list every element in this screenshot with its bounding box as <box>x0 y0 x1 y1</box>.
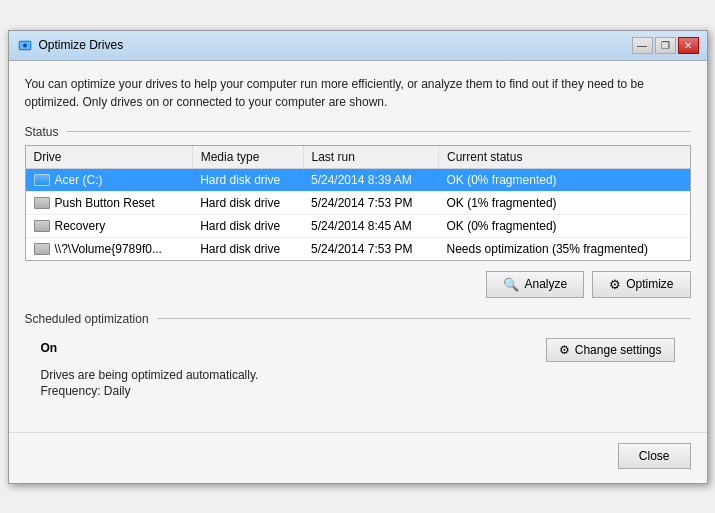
media-type-cell: Hard disk drive <box>192 168 303 191</box>
description-text: You can optimize your drives to help you… <box>25 75 691 111</box>
drive-name: \\?\Volume{9789f0... <box>55 242 162 256</box>
analyze-label: Analyze <box>524 277 567 291</box>
scheduled-frequency: Frequency: Daily <box>41 384 675 398</box>
media-type-cell: Hard disk drive <box>192 191 303 214</box>
close-window-button[interactable]: ✕ <box>678 37 699 54</box>
optimize-button[interactable]: ⚙ Optimize <box>592 271 690 298</box>
scheduled-description: Drives are being optimized automatically… <box>41 368 675 382</box>
table-row[interactable]: RecoveryHard disk drive5/24/2014 8:45 AM… <box>26 214 690 237</box>
last-run-cell: 5/24/2014 7:53 PM <box>303 191 439 214</box>
status-section-label: Status <box>25 125 691 139</box>
drives-table-container: Drive Media type Last run Current status… <box>25 145 691 261</box>
scheduled-section: Scheduled optimization On ⚙ Change setti… <box>25 312 691 404</box>
table-row[interactable]: Acer (C:)Hard disk drive5/24/2014 8:39 A… <box>26 168 690 191</box>
window-icon <box>17 37 33 53</box>
scheduled-header: On ⚙ Change settings <box>41 338 675 362</box>
table-row[interactable]: \\?\Volume{9789f0...Hard disk drive5/24/… <box>26 237 690 260</box>
col-media-type: Media type <box>192 146 303 169</box>
drive-cell: Push Button Reset <box>26 191 193 214</box>
drive-icon <box>34 220 50 232</box>
last-run-cell: 5/24/2014 8:39 AM <box>303 168 439 191</box>
action-buttons-row: 🔍 Analyze ⚙ Optimize <box>25 271 691 298</box>
drive-cell: \\?\Volume{9789f0... <box>26 237 193 260</box>
drive-cell: Recovery <box>26 214 193 237</box>
drive-name: Recovery <box>55 219 106 233</box>
title-bar-left: Optimize Drives <box>17 37 124 53</box>
window-title: Optimize Drives <box>39 38 124 52</box>
current-status-cell: OK (1% fragmented) <box>439 191 690 214</box>
drives-table: Drive Media type Last run Current status… <box>26 146 690 260</box>
footer: Close <box>9 432 707 483</box>
title-bar-controls: — ❐ ✕ <box>632 37 699 54</box>
optimize-icon: ⚙ <box>609 277 621 292</box>
drive-icon <box>34 197 50 209</box>
current-status-cell: OK (0% fragmented) <box>439 168 690 191</box>
close-button[interactable]: Close <box>618 443 691 469</box>
analyze-icon: 🔍 <box>503 277 519 292</box>
table-row[interactable]: Push Button ResetHard disk drive5/24/201… <box>26 191 690 214</box>
optimize-label: Optimize <box>626 277 673 291</box>
col-current-status: Current status <box>439 146 690 169</box>
window-content: You can optimize your drives to help you… <box>9 61 707 428</box>
title-bar: Optimize Drives — ❐ ✕ <box>9 31 707 61</box>
last-run-cell: 5/24/2014 7:53 PM <box>303 237 439 260</box>
svg-point-2 <box>23 44 27 48</box>
col-last-run: Last run <box>303 146 439 169</box>
minimize-button[interactable]: — <box>632 37 653 54</box>
main-window: Optimize Drives — ❐ ✕ You can optimize y… <box>8 30 708 484</box>
col-drive: Drive <box>26 146 193 169</box>
restore-button[interactable]: ❐ <box>655 37 676 54</box>
scheduled-section-label: Scheduled optimization <box>25 312 691 326</box>
drive-icon <box>34 174 50 186</box>
last-run-cell: 5/24/2014 8:45 AM <box>303 214 439 237</box>
drive-icon <box>34 243 50 255</box>
drive-name: Push Button Reset <box>55 196 155 210</box>
drives-table-body: Acer (C:)Hard disk drive5/24/2014 8:39 A… <box>26 168 690 260</box>
drive-cell: Acer (C:) <box>26 168 193 191</box>
current-status-cell: OK (0% fragmented) <box>439 214 690 237</box>
analyze-button[interactable]: 🔍 Analyze <box>486 271 584 298</box>
change-settings-label: Change settings <box>575 343 662 357</box>
drive-name: Acer (C:) <box>55 173 103 187</box>
scheduled-status: On <box>41 341 58 355</box>
media-type-cell: Hard disk drive <box>192 214 303 237</box>
media-type-cell: Hard disk drive <box>192 237 303 260</box>
current-status-cell: Needs optimization (35% fragmented) <box>439 237 690 260</box>
scheduled-content: On ⚙ Change settings Drives are being op… <box>25 332 691 404</box>
change-settings-icon: ⚙ <box>559 343 570 357</box>
table-header-row: Drive Media type Last run Current status <box>26 146 690 169</box>
change-settings-button[interactable]: ⚙ Change settings <box>546 338 675 362</box>
